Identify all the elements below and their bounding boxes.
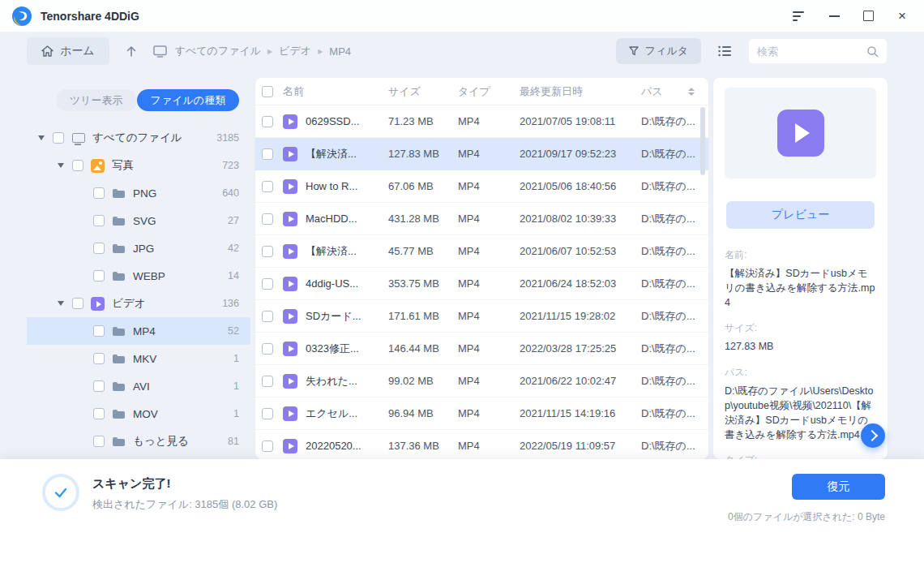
checkbox[interactable] [262,246,273,257]
file-details: 名前: 【解決済み】SDカードusbメモリの書き込みを解除する方法.mp4 サイ… [725,229,876,459]
checkbox[interactable] [93,270,105,282]
file-row[interactable]: SDカード...171.61 MBMP42021/11/15 19:28:02D… [255,300,708,333]
video-icon [91,297,105,311]
tree-item[interactable]: JPG42 [27,234,250,262]
expand-caret-icon[interactable] [58,301,65,306]
tree-item[interactable]: もっと見る81 [27,428,250,455]
checkbox[interactable] [262,311,273,322]
app-logo-icon [11,6,32,27]
file-size: 71.23 MB [388,115,458,127]
file-table: 名前 サイズ タイプ 最終更新日時 パス 0629SSD...71.23 MBM… [255,78,708,459]
file-name: 20220520... [306,440,388,452]
tree-item[interactable]: MP452 [27,317,250,345]
column-header-path[interactable]: パス [641,84,687,99]
tab-tree-view[interactable]: ツリー表示 [56,89,137,111]
file-type: MP4 [458,148,520,160]
column-header-size[interactable]: サイズ [388,84,458,99]
tree-item[interactable]: ビデオ136 [27,290,250,317]
file-row[interactable]: エクセル...96.94 MBMP42021/11/15 14:19:16D:\… [255,398,708,430]
sidebar: ツリー表示 ファイルの種類 すべてのファイル3185写真723PNG640SVG… [27,78,250,459]
restore-button[interactable]: 復元 [792,474,885,500]
search-icon[interactable] [866,45,879,58]
minimize-button[interactable] [827,9,841,24]
up-button[interactable] [122,42,140,61]
file-row[interactable]: How to R...67.06 MBMP42021/05/06 18:40:5… [255,170,708,203]
tree-item[interactable]: すべてのファイル3185 [27,124,250,152]
close-button[interactable]: × [895,9,909,24]
table-header: 名前 サイズ タイプ 最終更新日時 パス [255,78,708,105]
up-arrow-icon [126,45,137,58]
tree-item[interactable]: PNG640 [27,179,250,207]
breadcrumb-item[interactable]: MP4 [329,45,351,58]
sort-icon[interactable] [687,88,695,96]
maximize-button[interactable] [861,9,875,24]
file-name: MacHDD... [306,213,388,225]
table-scrollbar[interactable] [700,107,705,175]
filter-button[interactable]: フィルタ [616,38,701,64]
tab-file-type[interactable]: ファイルの種類 [137,89,240,111]
file-row[interactable]: 失われた...99.02 MBMP42021/06/22 10:02:47D:\… [255,365,708,398]
checkbox[interactable] [53,132,64,144]
preview-button[interactable]: プレビュー [726,201,875,229]
tree-item[interactable]: SVG27 [27,207,250,234]
file-row[interactable]: 20220520...137.36 MBMP42022/05/19 11:09:… [255,430,708,459]
breadcrumb-item[interactable]: ビデオ [279,44,311,58]
checkbox[interactable] [93,243,105,254]
breadcrumb-item[interactable]: すべてのファイル [175,44,261,58]
checkbox[interactable] [93,436,105,447]
column-header-type[interactable]: タイプ [458,84,520,99]
monitor-icon [153,45,167,58]
file-row[interactable]: MacHDD...431.28 MBMP42021/08/02 10:39:33… [255,203,708,235]
checkbox[interactable] [262,343,273,355]
file-type: MP4 [458,245,520,257]
menu-icon[interactable] [793,9,807,24]
tree-item[interactable]: MOV1 [27,400,250,428]
expand-caret-icon[interactable] [38,135,45,140]
tree-item-label: 写真 [112,158,215,173]
checkbox[interactable] [262,408,273,419]
folder-icon [112,187,126,200]
list-view-button[interactable] [711,38,738,64]
video-file-icon [283,342,297,356]
app-window: Tenorshare 4DDiG × ホーム すべてのファイル▶ビデオ▶MP4 … [0,0,924,563]
file-row[interactable]: 【解決済...45.77 MBMP42021/06/07 10:52:53D:\… [255,235,708,268]
file-row[interactable]: 0629SSD...71.23 MBMP42021/07/05 19:08:11… [255,105,708,138]
column-header-date[interactable]: 最終更新日時 [520,84,641,99]
checkbox[interactable] [262,441,273,452]
select-all-checkbox[interactable] [262,86,273,97]
tree-item[interactable]: WEBP14 [27,262,250,290]
tree-item[interactable]: MKV1 [27,345,250,372]
file-size: 99.02 MB [388,375,458,387]
file-size: 45.77 MB [388,245,458,257]
file-row[interactable]: 4ddig-US...353.75 MBMP42021/06/24 18:52:… [255,268,708,300]
file-path: D:\既存の... [641,147,708,161]
checkbox[interactable] [262,181,273,192]
home-button[interactable]: ホーム [27,37,109,65]
checkbox[interactable] [72,298,83,309]
tree-item[interactable]: 写真723 [27,152,250,179]
checkbox[interactable] [262,148,273,160]
next-file-button[interactable] [861,423,885,448]
checkbox[interactable] [72,160,83,171]
window-controls: × [793,9,909,24]
file-path: D:\既存の... [641,244,708,259]
column-header-name[interactable]: 名前 [283,84,388,99]
file-date: 2022/05/19 11:09:57 [520,440,641,452]
checkbox[interactable] [262,278,273,290]
expand-caret-icon[interactable] [58,163,65,168]
file-row[interactable]: 0323修正...146.44 MBMP42022/03/28 17:25:25… [255,333,708,365]
tree-item[interactable]: AVI1 [27,372,250,400]
checkbox[interactable] [93,325,105,337]
checkbox[interactable] [262,213,273,225]
search-input[interactable] [757,45,866,58]
checkbox[interactable] [93,353,105,364]
checkbox[interactable] [93,187,105,199]
tree-item-label: SVG [133,215,220,227]
checkbox[interactable] [93,380,105,392]
checkbox[interactable] [93,408,105,419]
file-row[interactable]: 【解決済...127.83 MBMP42021/09/17 09:52:23D:… [255,138,708,170]
checkbox[interactable] [262,116,273,127]
checkbox[interactable] [93,215,105,226]
toolbar: ホーム すべてのファイル▶ビデオ▶MP4 フィルタ [0,32,924,70]
checkbox[interactable] [262,376,273,387]
